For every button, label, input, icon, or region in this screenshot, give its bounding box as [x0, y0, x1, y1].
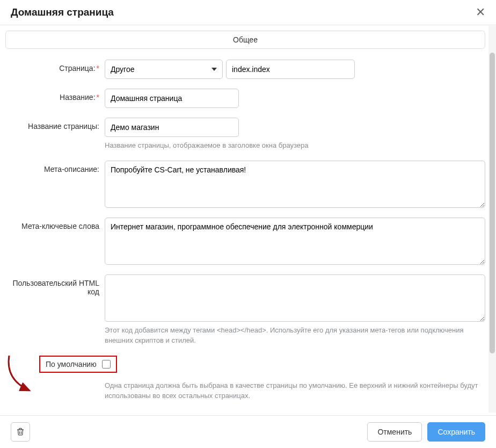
- page-select[interactable]: Другое: [105, 60, 223, 79]
- row-default-help: Одна страница должна быть выбрана в каче…: [5, 377, 485, 401]
- label-meta-keywords: Мета-ключевые слова: [5, 218, 105, 265]
- save-button[interactable]: Сохранить: [427, 422, 485, 442]
- modal-header: Домашняя страница ✕: [0, 0, 496, 25]
- row-page-title: Название страницы: Название страницы, от…: [5, 118, 485, 151]
- cancel-button[interactable]: Отменить: [367, 422, 422, 442]
- required-marker: *: [97, 64, 99, 73]
- trash-icon: [16, 428, 25, 436]
- scrollbar-thumb[interactable]: [490, 53, 495, 353]
- page-title-input[interactable]: [105, 118, 239, 137]
- row-meta-description: Мета-описание:: [5, 161, 485, 208]
- label-name: Название:*: [5, 89, 105, 108]
- default-checkbox[interactable]: [102, 360, 111, 368]
- required-marker: *: [97, 93, 99, 102]
- custom-html-textarea[interactable]: [105, 274, 485, 322]
- row-name: Название:*: [5, 89, 485, 108]
- row-page: Страница:* Другое: [5, 60, 485, 79]
- label-default: По умолчанию: [46, 360, 97, 368]
- default-help: Одна страница должна быть выбрана в каче…: [105, 380, 485, 401]
- close-button[interactable]: ✕: [476, 6, 485, 18]
- name-input[interactable]: [105, 89, 239, 108]
- row-default: По умолчанию: [5, 356, 485, 373]
- custom-html-help: Этот код добавится между тегами <head></…: [105, 325, 485, 346]
- row-custom-html: Пользовательский HTML код Этот код добав…: [5, 274, 485, 346]
- meta-keywords-textarea[interactable]: [105, 218, 485, 265]
- delete-button[interactable]: [11, 422, 30, 442]
- dispatch-input[interactable]: [226, 60, 355, 79]
- meta-description-textarea[interactable]: [105, 161, 485, 208]
- close-icon: ✕: [476, 5, 485, 19]
- tab-general[interactable]: Общее: [5, 31, 485, 49]
- label-page: Страница:*: [5, 60, 105, 79]
- scrollbar-track[interactable]: [488, 26, 496, 413]
- label-page-title: Название страницы:: [5, 118, 105, 151]
- modal-title: Домашняя страница: [11, 6, 114, 18]
- page-title-help: Название страницы, отображаемое в заголо…: [105, 140, 485, 151]
- label-meta-description: Мета-описание:: [5, 161, 105, 208]
- row-meta-keywords: Мета-ключевые слова: [5, 218, 485, 265]
- default-highlight-box: По умолчанию: [39, 356, 117, 373]
- tab-label: Общее: [233, 35, 258, 44]
- modal-footer: Отменить Сохранить: [0, 415, 496, 448]
- label-custom-html: Пользовательский HTML код: [5, 274, 105, 346]
- modal-body: Общее Страница:* Другое Название:* Назва…: [0, 25, 496, 412]
